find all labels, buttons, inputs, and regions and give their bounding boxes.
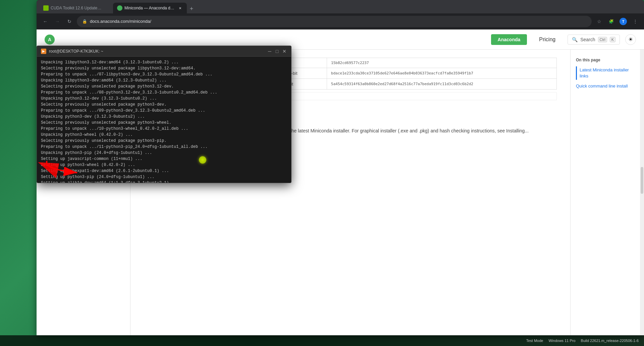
cursor-dot bbox=[199, 156, 206, 164]
nav-anaconda-button[interactable]: Anaconda bbox=[491, 34, 527, 45]
hash-cell-aarch64: bdace1e233cda30ce37105de627e646ae8e04b03… bbox=[327, 68, 557, 79]
terminal-line: Setting up zlib1g-dev:amd64 (1:1.3.dfsg-… bbox=[41, 180, 287, 183]
terminal-line: Selecting previously unselected package … bbox=[41, 65, 287, 71]
nav-search-button[interactable]: 🔍 Search Ctrl K bbox=[568, 35, 620, 45]
on-page-item-quick-cmd[interactable]: Quick command line install bbox=[576, 82, 639, 90]
terminal-line: Selecting previously unselected package … bbox=[41, 138, 287, 144]
extensions-button[interactable]: 🧩 bbox=[606, 17, 616, 26]
hash-cell: 15b82cd69577c2237 bbox=[327, 58, 557, 68]
tab-miniconda-close[interactable]: ✕ bbox=[177, 5, 183, 11]
terminal-line: Preparing to unpack .../08-python3.12-de… bbox=[41, 90, 287, 96]
taskbar: Test Mode Windows 11 Pro Build 22621.m_r… bbox=[0, 335, 644, 346]
terminal-line: Unpacking python3-wheel (0.42.0-2) ... bbox=[41, 132, 287, 138]
terminal-close-button[interactable]: ✕ bbox=[282, 49, 287, 54]
menu-button[interactable]: ⋮ bbox=[631, 17, 640, 26]
terminal-body: Unpacking libpython3.12-dev:amd64 (3.12.… bbox=[37, 57, 291, 183]
docs-scrollbar[interactable] bbox=[640, 50, 644, 335]
refresh-button[interactable]: ↻ bbox=[65, 17, 74, 26]
on-page-title: On this page bbox=[576, 58, 639, 62]
logo-icon: A bbox=[45, 35, 55, 45]
terminal-line: Setting up javascript-common (11+nmu1) .… bbox=[41, 156, 287, 162]
profile-button[interactable]: T bbox=[619, 17, 628, 26]
terminal-line: Unpacking python3.12-dev (3.12.3-1ubuntu… bbox=[41, 96, 287, 102]
terminal-line: Selecting previously unselected package … bbox=[41, 102, 287, 108]
back-button[interactable]: ← bbox=[41, 17, 50, 26]
taskbar-test-mode: Test Mode bbox=[526, 339, 543, 343]
search-kbd-k: K bbox=[610, 37, 615, 42]
docs-nav: Anaconda Pricing 🔍 Search Ctrl K ☀ bbox=[491, 34, 636, 45]
terminal-icon: ▶ bbox=[41, 49, 46, 54]
anaconda-logo[interactable]: A bbox=[45, 35, 55, 45]
theme-toggle-button[interactable]: ☀ bbox=[625, 34, 636, 45]
terminal-line: Unpacking libpython3.12-dev:amd64 (3.12.… bbox=[41, 59, 287, 65]
nav-pricing-button[interactable]: Pricing bbox=[532, 34, 562, 45]
lock-icon: 🔒 bbox=[82, 19, 87, 24]
on-page-item-latest-links[interactable]: Latest Miniconda installer links bbox=[576, 66, 639, 80]
taskbar-windows-label: Windows 11 Pro bbox=[548, 339, 575, 343]
browser-tabs: CUDA Toolkit 12.6 Update 2 D... ✕ Minico… bbox=[37, 0, 644, 13]
taskbar-build-label: Build 22621.m_release-220506-1-6 bbox=[581, 339, 639, 343]
hash-cell-s390x: 5a454c59314f63a0b860e2ed27d68f4a2516c77a… bbox=[327, 79, 557, 90]
terminal-controls: ─ □ ✕ bbox=[267, 49, 287, 54]
address-bar[interactable]: 🔒 docs.anaconda.com/miniconda/ bbox=[77, 16, 592, 27]
terminal-maximize-button[interactable]: □ bbox=[274, 49, 280, 54]
forward-button[interactable]: → bbox=[53, 17, 62, 26]
terminal-line: Unpacking libpython3-dev:amd64 (3.12.3-0… bbox=[41, 77, 287, 83]
terminal-line: Preparing to unpack .../11-python3-pip_2… bbox=[41, 144, 287, 150]
terminal-line: Setting up python3-wheel (0.42.0-2) ... bbox=[41, 162, 287, 168]
tab-cuda-title: CUDA Toolkit 12.6 Update 2 D... bbox=[51, 6, 102, 10]
terminal-line: Preparing to unpack .../07-libpython3-de… bbox=[41, 71, 287, 77]
terminal-title: root@DESKTOP-K7K3KUK: ~ bbox=[49, 49, 264, 54]
address-text: docs.anaconda.com/miniconda/ bbox=[90, 19, 586, 24]
terminal-line: Selecting previously unselected package … bbox=[41, 120, 287, 126]
terminal-line: Preparing to unpack .../09-python3-dev_3… bbox=[41, 108, 287, 114]
tab-miniconda-favicon bbox=[117, 5, 122, 11]
tab-cuda[interactable]: CUDA Toolkit 12.6 Update 2 D... ✕ bbox=[39, 3, 113, 13]
tab-miniconda-title: Miniconda — Anaconda docu... bbox=[124, 6, 175, 10]
terminal-line: Preparing to unpack .../10-python3-wheel… bbox=[41, 126, 287, 132]
terminal-window: ▶ root@DESKTOP-K7K3KUK: ~ ─ □ ✕ Unpackin… bbox=[37, 46, 291, 183]
search-icon: 🔍 bbox=[572, 37, 578, 42]
terminal-minimize-button[interactable]: ─ bbox=[267, 49, 272, 54]
terminal-line: Selecting previously unselected package … bbox=[41, 83, 287, 90]
browser-toolbar: ← → ↻ 🔒 docs.anaconda.com/miniconda/ ☆ 🧩… bbox=[37, 13, 644, 30]
browser-content: A Anaconda Pricing 🔍 Search Ctrl K ☀ bbox=[37, 30, 644, 335]
terminal-line: Setting up libexpat1-dev:amd64 (2.6.1-2u… bbox=[41, 168, 287, 174]
terminal-line: Setting up python3-pip (24.0+dfsg-1ubunt… bbox=[41, 174, 287, 180]
browser-window: CUDA Toolkit 12.6 Update 2 D... ✕ Minico… bbox=[37, 0, 644, 335]
docs-right-sidebar: On this page Latest Miniconda installer … bbox=[570, 50, 644, 335]
search-kbd-ctrl: Ctrl bbox=[598, 37, 607, 42]
terminal-line: Unpacking python3-dev (3.12.3-0ubuntu2) … bbox=[41, 114, 287, 120]
terminal-line: Unpacking python3-pip (24.0+dfsg-1ubuntu… bbox=[41, 150, 287, 156]
tab-cuda-favicon bbox=[43, 5, 49, 11]
bookmark-button[interactable]: ☆ bbox=[594, 17, 604, 26]
docs-scrollbar-thumb[interactable] bbox=[641, 167, 643, 194]
tab-miniconda[interactable]: Miniconda — Anaconda docu... ✕ bbox=[113, 3, 187, 13]
terminal-titlebar: ▶ root@DESKTOP-K7K3KUK: ~ ─ □ ✕ bbox=[37, 46, 291, 57]
new-tab-button[interactable]: + bbox=[187, 4, 196, 13]
